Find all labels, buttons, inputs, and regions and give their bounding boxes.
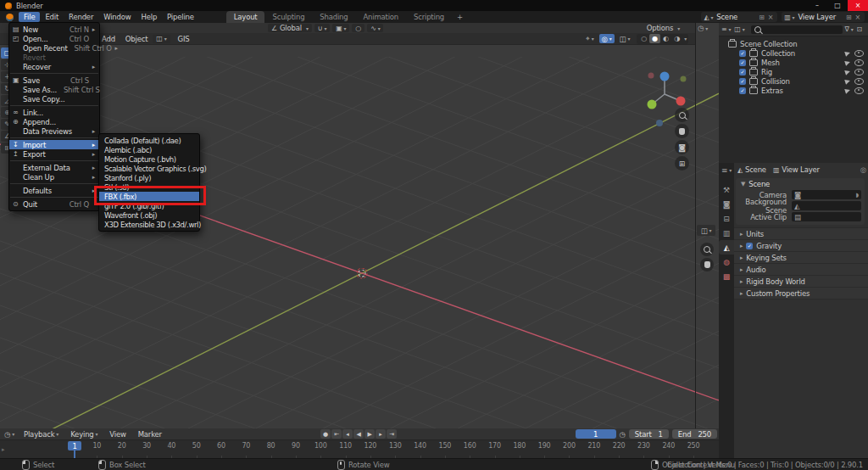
hide-eye-icon[interactable]	[854, 87, 864, 94]
mini-pan-button[interactable]	[700, 258, 714, 271]
outliner-row[interactable]: Mesh	[719, 58, 868, 67]
outliner-display-mode-dropdown[interactable]: ◫▾	[734, 25, 744, 33]
import-submenu-item[interactable]: X3D Extensible 3D (.x3d/.wrl)	[99, 220, 199, 229]
timeline-ruler[interactable]: ▸ 1 102030405060708090100110120130140150…	[0, 439, 719, 459]
ortho-toggle-button[interactable]: ⊞	[675, 156, 689, 171]
property-field[interactable]: ▤ ◗	[792, 212, 861, 221]
outliner-new-collection-button[interactable]: ⊡	[856, 25, 862, 33]
file-menu-item[interactable]: ∞ Link... ▸	[9, 108, 99, 117]
file-menu-item[interactable]: ⊕ Append... ▸	[9, 117, 99, 126]
remove-view-layer-icon[interactable]: ×	[853, 14, 862, 21]
panel-header[interactable]: ▸ Audio	[734, 264, 868, 276]
file-menu-item[interactable]: ◰ Open... Ctrl O ▸	[9, 34, 99, 43]
shading-material-button[interactable]: ◐	[660, 34, 671, 43]
eyedropper-icon[interactable]: ◗	[856, 192, 860, 199]
menu-file[interactable]: File	[19, 12, 40, 22]
outliner-search-input[interactable]	[751, 25, 843, 34]
file-menu-item[interactable]: Recover ▸	[9, 62, 99, 71]
outliner-row[interactable]: Rig	[719, 67, 868, 76]
transport-button[interactable]: ▸	[376, 429, 386, 439]
properties-editor-type-button[interactable]: ≡▾	[719, 163, 734, 177]
playhead-frame-chip[interactable]: 1	[68, 441, 81, 450]
transport-button[interactable]: ●	[320, 429, 331, 439]
transport-button[interactable]: ⇤	[331, 429, 342, 439]
import-submenu-item[interactable]: Wavefront (.obj)	[99, 210, 199, 220]
file-menu-item[interactable]: Data Previews ▸	[9, 126, 99, 136]
breadcrumb-view-layer[interactable]: ▥ View Layer	[773, 165, 820, 174]
tab-scene[interactable]: ◭	[719, 240, 734, 255]
gizmos-dropdown[interactable]: ⌖▾	[583, 34, 596, 43]
file-menu-item[interactable]: Revert ▸	[9, 53, 99, 62]
zoom-button[interactable]	[675, 108, 689, 122]
falloff-dropdown[interactable]: ∿▾	[367, 24, 383, 32]
breadcrumb-scene[interactable]: ◭ Scene	[737, 165, 766, 174]
mini-zoom-button[interactable]	[700, 243, 714, 256]
hide-eye-icon[interactable]	[854, 59, 864, 66]
unlink-scene-icon[interactable]: ×	[766, 14, 776, 21]
exclude-checkbox[interactable]	[739, 87, 746, 94]
restrict-select-icon[interactable]	[844, 50, 851, 57]
tab-shading[interactable]: Shading	[312, 11, 355, 23]
new-scene-icon[interactable]: ⊞	[757, 14, 766, 21]
frame-end-field[interactable]: End 250	[672, 429, 717, 439]
outliner-editor-type-button[interactable]: ≡▾	[721, 25, 731, 33]
exclude-checkbox[interactable]	[739, 59, 746, 66]
outliner-row[interactable]: Collision	[719, 76, 868, 86]
outliner-filter-dropdown[interactable]: ∇▾	[845, 25, 854, 33]
outliner-row[interactable]: Collection	[719, 48, 868, 58]
maximize-button[interactable]: □	[827, 0, 848, 11]
tab-sculpting[interactable]: Sculpting	[264, 11, 312, 23]
transport-button[interactable]: ◀	[353, 429, 364, 439]
xray-toggle[interactable]: ◫▾	[617, 34, 633, 43]
editor-divider[interactable]	[695, 23, 696, 428]
import-submenu-item[interactable]: Scalable Vector Graphics (.svg)	[99, 164, 199, 173]
ruler-collapse-icon[interactable]: ▸	[2, 446, 4, 453]
file-menu-item[interactable]: Save Copy... ▸	[9, 94, 99, 104]
exclude-checkbox[interactable]	[739, 78, 746, 85]
mini-editor-type-button[interactable]: ◷▾	[698, 24, 708, 32]
panel-header[interactable]: ▸ Units	[734, 227, 868, 240]
file-menu-item[interactable]: ⊙ Quit Ctrl Q ▸	[9, 199, 99, 209]
timeline-editor-type-button[interactable]: ◷▾	[0, 430, 18, 439]
navigation-gizmo[interactable]	[641, 69, 693, 131]
file-menu-item[interactable]: External Data ▸	[9, 163, 99, 172]
file-menu-item[interactable]: ↧ Import ▸	[9, 140, 99, 149]
playback-menu[interactable]: Playback▾	[18, 430, 64, 439]
restrict-select-icon[interactable]	[844, 87, 851, 94]
tab-layout[interactable]: Layout	[226, 11, 265, 23]
mode-dropdown[interactable]: ◫▾	[153, 35, 170, 43]
panel-checkbox[interactable]	[746, 243, 753, 249]
pin-icon[interactable]: ◎	[860, 165, 866, 174]
import-submenu-item[interactable]: Alembic (.abc)	[99, 145, 199, 154]
tab-scripting[interactable]: Scripting	[406, 11, 452, 23]
object-menu[interactable]: Object	[120, 35, 153, 43]
current-frame-field[interactable]: 1	[576, 429, 616, 439]
hide-eye-icon[interactable]	[854, 50, 864, 57]
snap-toggle[interactable]: ∪▾	[314, 24, 330, 32]
menu-window[interactable]: Window	[98, 12, 136, 22]
snap-target-dropdown[interactable]: ▣▾	[332, 24, 349, 32]
tab-texture[interactable]: ▩	[719, 269, 734, 283]
gis-menu[interactable]: GIS	[173, 35, 195, 43]
keying-menu[interactable]: Keying▾	[64, 430, 103, 439]
file-menu-item[interactable]: Save As... Shift Ctrl S ▸	[9, 85, 99, 94]
file-menu-item[interactable]: ↥ Export ▸	[9, 149, 99, 159]
mini-editor-mode-button[interactable]: ◫▾	[697, 225, 715, 236]
add-menu[interactable]: Add	[97, 35, 120, 43]
import-submenu-item[interactable]: Stanford (.ply)	[99, 173, 199, 182]
import-submenu-item[interactable]: Motion Capture (.bvh)	[99, 154, 199, 164]
transport-button[interactable]: ▶	[364, 429, 375, 439]
use-preview-range-icon[interactable]: ◷	[620, 430, 626, 439]
tab-tool[interactable]: ⚒	[719, 182, 734, 197]
property-field[interactable]: ◭ ◗	[792, 201, 861, 210]
marker-menu[interactable]: Marker	[132, 430, 168, 439]
panel-header[interactable]: ▸ Rigid Body World	[734, 276, 868, 288]
proportional-edit-toggle[interactable]: ○	[352, 24, 364, 32]
transport-button[interactable]: ◂	[342, 429, 353, 439]
hide-eye-icon[interactable]	[854, 69, 864, 76]
outliner-root-row[interactable]: Scene Collection	[719, 39, 868, 48]
property-field[interactable]: ◙ ◗	[792, 190, 861, 199]
options-dropdown[interactable]: Options ▾	[641, 24, 683, 32]
restrict-select-icon[interactable]	[844, 78, 851, 85]
transport-button[interactable]: ⇥	[387, 429, 397, 439]
